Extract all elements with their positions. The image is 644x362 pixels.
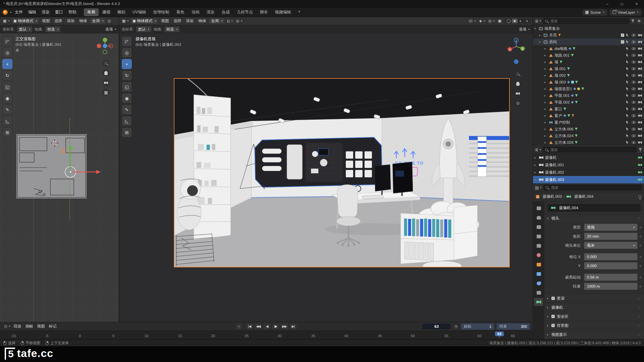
navigation-gizmo[interactable]: X	[96, 37, 114, 56]
panel-grip-icon[interactable]: ∷	[638, 217, 641, 220]
menu-item[interactable]: 编辑	[25, 8, 39, 16]
menu-item[interactable]: 文件	[12, 8, 25, 16]
property-field[interactable]: 20 mm ▾	[584, 233, 638, 240]
render-visibility-icon[interactable]	[638, 74, 642, 77]
property-tab[interactable]	[534, 204, 543, 212]
shading-rendered-icon[interactable]: ◑	[524, 19, 530, 23]
expand-icon[interactable]: ▸	[544, 141, 549, 144]
expand-icon[interactable]: ▸	[544, 94, 549, 97]
breadcrumb-data[interactable]: 摄像机.004	[574, 194, 593, 199]
property-tab[interactable]	[534, 214, 543, 222]
hide-eye-icon[interactable]	[632, 134, 636, 137]
property-tab[interactable]	[534, 251, 543, 259]
zoom-icon[interactable]	[514, 70, 522, 78]
outliner-row[interactable]: ▸ 窗户	[533, 112, 644, 119]
render-visibility-icon[interactable]	[638, 54, 642, 57]
transport-button[interactable]: |◀	[246, 323, 254, 330]
hide-eye-icon[interactable]	[632, 81, 636, 83]
outliner-editor-icon[interactable]: ≣▾	[535, 147, 541, 152]
property-field[interactable]: 0.56 m ▾	[584, 274, 638, 281]
panel-checkbox[interactable]	[551, 297, 555, 300]
selectable-icon[interactable]	[626, 121, 629, 124]
object-menu[interactable]: 物体	[196, 18, 208, 24]
filter-icon[interactable]	[631, 19, 635, 22]
minimize-button[interactable]: –	[600, 0, 614, 8]
ts-drag-dropdown[interactable]: 框选▾	[164, 26, 180, 33]
property-field[interactable]: 毫米 ▾	[584, 242, 638, 249]
expand-icon[interactable]: ▸	[544, 60, 549, 64]
collapsed-panel-header[interactable]: ▸ 摄像机 ∷	[544, 303, 644, 312]
render-visibility-icon[interactable]	[638, 108, 642, 111]
unlink-icon[interactable]: ×	[602, 10, 604, 14]
select-menu[interactable]: 选择	[52, 18, 64, 24]
editor-type-icon[interactable]: ▦▾	[121, 18, 130, 23]
frame-start-field[interactable]: 起始1	[461, 323, 494, 330]
camera-viewport[interactable]: 摄像机透视 (63) 场景集合 | 摄像机.003 ◸◎+↻◱◉✎◺⊞ Z X	[119, 34, 533, 322]
selectable-icon[interactable]	[626, 34, 629, 37]
hide-eye-icon[interactable]	[632, 94, 636, 97]
properties-editor-icon[interactable]: ▤▾	[535, 185, 541, 190]
workspace-tab[interactable]: 视频编辑	[272, 8, 294, 16]
playhead[interactable]: 63	[495, 331, 504, 336]
tool-button[interactable]: ◺	[2, 116, 12, 126]
shading-material-icon[interactable]: ◐	[518, 19, 524, 23]
selectable-icon[interactable]	[626, 94, 629, 98]
selectable-icon[interactable]	[626, 60, 629, 64]
expand-icon[interactable]: ▸	[544, 134, 549, 137]
tool-button[interactable]: ✎	[2, 105, 12, 115]
orientation-dropdown[interactable]: 全局▾	[209, 18, 225, 24]
selectable-icon[interactable]	[626, 47, 629, 51]
property-field[interactable]: 透视 ▾	[584, 224, 638, 231]
remove-viewlayer-icon[interactable]: ×	[637, 10, 639, 14]
tool-button[interactable]: ↻	[122, 70, 132, 80]
expand-icon[interactable]: ▸	[534, 163, 539, 167]
tool-button[interactable]: ◎	[2, 48, 12, 58]
property-tab[interactable]	[534, 270, 543, 278]
close-button[interactable]: ×	[629, 0, 644, 8]
outliner-row[interactable]: ▸ dia电视	[533, 45, 644, 52]
blender-logo-icon[interactable]	[3, 10, 8, 15]
tool-button[interactable]: ✎	[122, 105, 132, 115]
scene-selector[interactable]: Scene ×	[583, 9, 607, 15]
outliner-row[interactable]: ▸ 墙	[533, 59, 644, 65]
grid-ortho-icon[interactable]: ▦	[102, 89, 110, 96]
top-view-viewport[interactable]: 正交顶视图 (63) 场景集合 | 摄像机.003 米 ◸◎+↻◱◉✎◺⊞ X	[0, 34, 119, 322]
property-tab[interactable]	[534, 279, 543, 287]
tool-button[interactable]: ◱	[2, 82, 12, 92]
orientation-dropdown[interactable]: 全局▾	[90, 18, 106, 24]
animate-dot-icon[interactable]	[640, 265, 641, 267]
xray-toggle[interactable]: ▣	[497, 18, 503, 23]
selectable-icon[interactable]	[626, 127, 629, 131]
selectable-icon[interactable]	[626, 134, 629, 138]
render-visibility-icon[interactable]	[638, 87, 642, 90]
expand-icon[interactable]: ▸	[544, 47, 549, 50]
collapsed-panel-header[interactable]: ▸ 视图显示 ∷	[544, 330, 644, 339]
expand-icon[interactable]: ▸	[534, 171, 539, 174]
expand-icon[interactable]: ▸	[544, 127, 549, 131]
transport-button[interactable]: ◀	[263, 323, 271, 330]
tool-button[interactable]: ◉	[122, 93, 132, 103]
panel-grip-icon[interactable]: ∷	[638, 297, 641, 300]
expand-icon[interactable]: ▸	[534, 178, 539, 181]
transport-button[interactable]: ▶▶	[280, 323, 288, 330]
hide-eye-icon[interactable]	[632, 87, 636, 90]
selectable-icon[interactable]	[626, 141, 629, 144]
animate-dot-icon[interactable]	[640, 236, 641, 237]
pan-hand-icon[interactable]	[102, 69, 110, 77]
workspace-tab[interactable]: 着色	[173, 8, 188, 16]
render-visibility-icon[interactable]	[638, 41, 642, 44]
camera-row[interactable]: ▸ 摄像机.002	[533, 169, 644, 176]
hide-eye-icon[interactable]	[632, 114, 636, 117]
hide-eye-icon[interactable]	[632, 67, 636, 70]
property-tab[interactable]	[534, 260, 543, 268]
panel-checkbox[interactable]	[551, 315, 555, 318]
property-tab[interactable]	[534, 298, 543, 306]
ts-drag-dropdown[interactable]: 框选▾	[45, 26, 61, 33]
navigation-gizmo[interactable]: Z X Y	[506, 37, 526, 64]
workspace-tab[interactable]: 雕刻	[114, 8, 129, 16]
render-visibility-icon[interactable]	[638, 61, 642, 64]
overlays-dropdown[interactable]: ◎▾	[487, 18, 496, 23]
expand-icon[interactable]: ▸	[544, 54, 549, 57]
auto-key-icon[interactable]: ○	[235, 323, 242, 330]
select-menu[interactable]: 选择	[171, 18, 183, 24]
